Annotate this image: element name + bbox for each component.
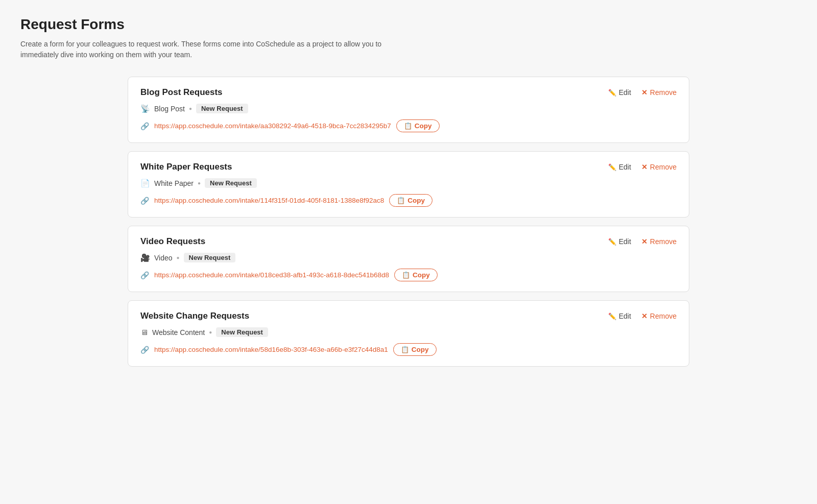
type-icon-website-change-requests: 🖥 bbox=[140, 328, 148, 337]
remove-button-video-requests[interactable]: ✕ Remove bbox=[641, 237, 677, 246]
edit-label: Edit bbox=[619, 88, 631, 97]
remove-button-website-change-requests[interactable]: ✕ Remove bbox=[641, 312, 677, 320]
copy-label: Copy bbox=[415, 122, 432, 130]
copy-button-video-requests[interactable]: 📋 Copy bbox=[394, 269, 438, 281]
remove-label: Remove bbox=[650, 237, 677, 246]
remove-button-white-paper-requests[interactable]: ✕ Remove bbox=[641, 163, 677, 171]
type-icon-video-requests: 🎥 bbox=[140, 253, 150, 262]
copy-button-blog-post-requests[interactable]: 📋 Copy bbox=[396, 119, 440, 132]
form-card-header: Video Requests ✏️ Edit ✕ Remove bbox=[140, 236, 677, 247]
form-card-header: Blog Post Requests ✏️ Edit ✕ Remove bbox=[140, 87, 677, 98]
copy-icon: 📋 bbox=[402, 271, 410, 279]
form-card-url-row: 🔗 https://app.coschedule.com/intake/58d1… bbox=[140, 343, 677, 356]
edit-button-website-change-requests[interactable]: ✏️ Edit bbox=[608, 312, 631, 320]
form-card-url-row: 🔗 https://app.coschedule.com/intake/aa30… bbox=[140, 119, 677, 132]
copy-icon: 📋 bbox=[397, 197, 405, 204]
badge-website-change-requests: New Request bbox=[216, 327, 268, 337]
copy-button-white-paper-requests[interactable]: 📋 Copy bbox=[389, 194, 432, 207]
form-card-title: Website Change Requests bbox=[140, 311, 249, 321]
type-label-website-change-requests: Website Content bbox=[152, 328, 205, 337]
form-card-header: Website Change Requests ✏️ Edit ✕ Remove bbox=[140, 311, 677, 321]
copy-button-website-change-requests[interactable]: 📋 Copy bbox=[393, 343, 437, 356]
form-card-header: White Paper Requests ✏️ Edit ✕ Remove bbox=[140, 162, 677, 172]
form-url-video-requests[interactable]: https://app.coschedule.com/intake/018ced… bbox=[154, 271, 389, 279]
link-icon-blog-post-requests: 🔗 bbox=[140, 122, 149, 130]
form-card-website-change-requests: Website Change Requests ✏️ Edit ✕ Remove… bbox=[128, 300, 689, 367]
forms-list: Blog Post Requests ✏️ Edit ✕ Remove 📡 Bl… bbox=[128, 77, 689, 367]
link-icon-website-change-requests: 🔗 bbox=[140, 346, 149, 354]
form-card-meta: 📡 Blog Post ● New Request bbox=[140, 104, 677, 113]
edit-icon: ✏️ bbox=[608, 163, 616, 171]
edit-button-white-paper-requests[interactable]: ✏️ Edit bbox=[608, 163, 631, 171]
form-url-white-paper-requests[interactable]: https://app.coschedule.com/intake/114f31… bbox=[154, 197, 384, 204]
type-icon-blog-post-requests: 📡 bbox=[140, 104, 150, 113]
form-card-blog-post-requests: Blog Post Requests ✏️ Edit ✕ Remove 📡 Bl… bbox=[128, 77, 689, 143]
remove-button-blog-post-requests[interactable]: ✕ Remove bbox=[641, 88, 677, 97]
form-card-url-row: 🔗 https://app.coschedule.com/intake/018c… bbox=[140, 269, 677, 281]
form-card-actions: ✏️ Edit ✕ Remove bbox=[608, 312, 677, 320]
form-card-meta: 🖥 Website Content ● New Request bbox=[140, 327, 677, 337]
edit-icon: ✏️ bbox=[608, 313, 616, 320]
type-label-blog-post-requests: Blog Post bbox=[154, 105, 185, 113]
remove-label: Remove bbox=[650, 312, 677, 320]
type-label-white-paper-requests: White Paper bbox=[154, 179, 194, 187]
type-label-video-requests: Video bbox=[154, 254, 173, 262]
copy-label: Copy bbox=[412, 346, 429, 353]
edit-button-blog-post-requests[interactable]: ✏️ Edit bbox=[608, 88, 631, 97]
form-card-title: Blog Post Requests bbox=[140, 87, 223, 98]
copy-icon: 📋 bbox=[401, 346, 409, 353]
copy-label: Copy bbox=[413, 271, 430, 279]
badge-white-paper-requests: New Request bbox=[205, 178, 257, 188]
form-card-title: Video Requests bbox=[140, 236, 205, 247]
badge-video-requests: New Request bbox=[184, 253, 236, 262]
remove-label: Remove bbox=[650, 88, 677, 97]
form-url-website-change-requests[interactable]: https://app.coschedule.com/intake/58d16e… bbox=[154, 346, 388, 353]
copy-label: Copy bbox=[407, 197, 425, 204]
form-card-meta: 🎥 Video ● New Request bbox=[140, 253, 677, 262]
edit-button-video-requests[interactable]: ✏️ Edit bbox=[608, 237, 631, 246]
edit-label: Edit bbox=[619, 237, 631, 246]
copy-icon: 📋 bbox=[404, 122, 412, 130]
form-card-video-requests: Video Requests ✏️ Edit ✕ Remove 🎥 Video … bbox=[128, 226, 689, 292]
remove-icon: ✕ bbox=[641, 163, 647, 171]
meta-dot: ● bbox=[189, 106, 192, 111]
badge-blog-post-requests: New Request bbox=[196, 104, 248, 113]
page-title: Request Forms bbox=[20, 16, 797, 33]
type-icon-white-paper-requests: 📄 bbox=[140, 179, 150, 188]
form-card-actions: ✏️ Edit ✕ Remove bbox=[608, 163, 677, 171]
form-card-white-paper-requests: White Paper Requests ✏️ Edit ✕ Remove 📄 … bbox=[128, 151, 689, 218]
remove-icon: ✕ bbox=[641, 237, 647, 246]
link-icon-video-requests: 🔗 bbox=[140, 271, 149, 279]
form-card-actions: ✏️ Edit ✕ Remove bbox=[608, 237, 677, 246]
edit-label: Edit bbox=[619, 163, 631, 171]
form-card-url-row: 🔗 https://app.coschedule.com/intake/114f… bbox=[140, 194, 677, 207]
form-card-actions: ✏️ Edit ✕ Remove bbox=[608, 88, 677, 97]
remove-icon: ✕ bbox=[641, 88, 647, 97]
remove-label: Remove bbox=[650, 163, 677, 171]
remove-icon: ✕ bbox=[641, 312, 647, 320]
edit-label: Edit bbox=[619, 312, 631, 320]
form-card-meta: 📄 White Paper ● New Request bbox=[140, 178, 677, 188]
form-url-blog-post-requests[interactable]: https://app.coschedule.com/intake/aa3082… bbox=[154, 122, 391, 130]
meta-dot: ● bbox=[209, 329, 212, 335]
edit-icon: ✏️ bbox=[608, 89, 616, 97]
meta-dot: ● bbox=[177, 255, 180, 260]
meta-dot: ● bbox=[198, 180, 201, 186]
form-card-title: White Paper Requests bbox=[140, 162, 232, 172]
edit-icon: ✏️ bbox=[608, 238, 616, 246]
link-icon-white-paper-requests: 🔗 bbox=[140, 197, 149, 205]
page-description: Create a form for your colleagues to req… bbox=[20, 39, 419, 60]
